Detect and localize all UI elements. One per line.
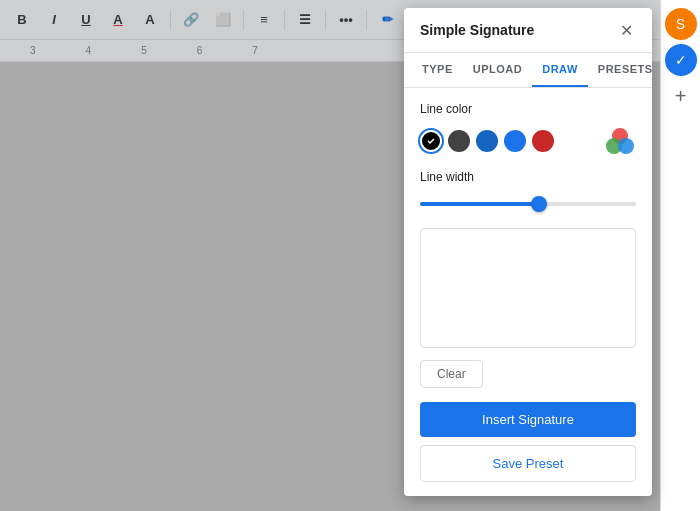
close-button[interactable]: ✕ [616, 20, 636, 40]
modal-content: Line color [404, 88, 652, 496]
line-color-label: Line color [420, 102, 636, 116]
color-picker-icon[interactable] [606, 126, 636, 156]
slider-container[interactable] [420, 194, 636, 214]
modal-dialog: Simple Signature ✕ TYPE UPLOAD DRAW PRES… [404, 8, 652, 496]
draw-canvas[interactable] [420, 228, 636, 348]
save-preset-button[interactable]: Save Preset [420, 445, 636, 482]
right-sidebar: S ✓ + [660, 0, 700, 511]
slider-track [420, 202, 636, 206]
sidebar-plus-icon[interactable]: + [665, 80, 697, 112]
color-swatch-dark-blue[interactable] [476, 130, 498, 152]
color-swatch-black[interactable] [420, 130, 442, 152]
insert-signature-button[interactable]: Insert Signature [420, 402, 636, 437]
color-swatches [420, 130, 554, 152]
modal-tabs: TYPE UPLOAD DRAW PRESETS [404, 53, 652, 88]
slider-fill [420, 202, 539, 206]
tab-presets[interactable]: PRESETS [588, 53, 652, 87]
checkmark-icon [426, 136, 436, 146]
sidebar-orange-icon[interactable]: S [665, 8, 697, 40]
sidebar-blue-icon[interactable]: ✓ [665, 44, 697, 76]
modal-header: Simple Signature ✕ [404, 8, 652, 53]
tab-draw[interactable]: DRAW [532, 53, 588, 87]
line-width-label: Line width [420, 170, 636, 184]
color-swatch-blue[interactable] [504, 130, 526, 152]
clear-button[interactable]: Clear [420, 360, 483, 388]
color-swatch-red[interactable] [532, 130, 554, 152]
tab-upload[interactable]: UPLOAD [463, 53, 532, 87]
color-swatch-dark-gray[interactable] [448, 130, 470, 152]
slider-thumb[interactable] [531, 196, 547, 212]
modal-overlay: Simple Signature ✕ TYPE UPLOAD DRAW PRES… [0, 0, 660, 511]
line-width-section: Line width [420, 170, 636, 214]
color-row [420, 126, 636, 156]
tab-type[interactable]: TYPE [412, 53, 463, 87]
modal-title: Simple Signature [420, 22, 534, 38]
